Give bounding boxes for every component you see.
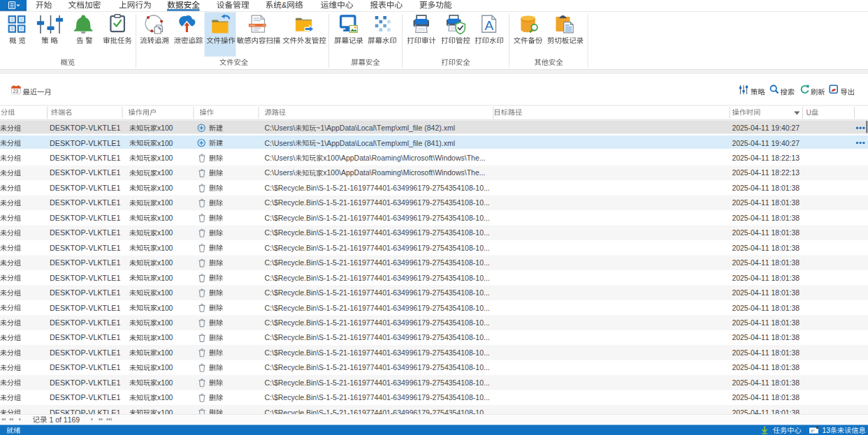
svg-text:x100: x100 — [157, 394, 173, 401]
svg-text:x100: x100 — [157, 169, 173, 177]
svg-text:2025-04-11: 2025-04-11 — [732, 229, 769, 237]
svg-text:2025-04-11: 2025-04-11 — [732, 394, 769, 401]
svg-text:DESKTOP-VLKTLE1: DESKTOP-VLKTLE1 — [50, 363, 120, 371]
svg-text:DESKTOP-VLKTLE1: DESKTOP-VLKTLE1 — [50, 274, 120, 282]
svg-text:DESKTOP-VLKTLE1: DESKTOP-VLKTLE1 — [50, 139, 120, 147]
svg-text:DESKTOP-VLKTLE1: DESKTOP-VLKTLE1 — [50, 258, 120, 267]
svg-text:C:\Users\: C:\Users\ — [265, 168, 296, 177]
svg-text:of: of — [55, 415, 62, 424]
svg-text:2025-04-11: 2025-04-11 — [732, 184, 769, 192]
svg-text:x100: x100 — [157, 154, 173, 162]
svg-text:~1\AppData\Local\Temp\xml_file: ~1\AppData\Local\Temp\xml_file — [316, 124, 422, 132]
svg-text:2025-04-11: 2025-04-11 — [732, 349, 769, 357]
svg-text:x100: x100 — [157, 244, 173, 252]
svg-text:2025-04-11: 2025-04-11 — [732, 289, 769, 297]
svg-text:DESKTOP-VLKTLE1: DESKTOP-VLKTLE1 — [50, 318, 120, 327]
svg-text:2025-04-11: 2025-04-11 — [732, 334, 769, 341]
svg-text:C:\$Recycle.Bin\S-1-5-21-16197: C:\$Recycle.Bin\S-1-5-21-1619774401-6349… — [265, 184, 490, 192]
svg-text:C:\$Recycle.Bin\S-1-5-21-16197: C:\$Recycle.Bin\S-1-5-21-1619774401-6349… — [265, 333, 490, 341]
svg-text:18:01:38: 18:01:38 — [772, 244, 800, 252]
svg-text:18:01:38: 18:01:38 — [772, 364, 800, 371]
svg-text:23: 23 — [13, 89, 19, 94]
svg-text:18:01:38: 18:01:38 — [772, 184, 800, 192]
svg-text:x100\AppData\Roaming\Microsoft: x100\AppData\Roaming\Microsoft\Windows\T… — [323, 168, 485, 177]
svg-text:x100: x100 — [157, 184, 173, 192]
svg-text:DESKTOP-VLKTLE1: DESKTOP-VLKTLE1 — [50, 214, 120, 222]
svg-text:2025-04-11: 2025-04-11 — [732, 169, 769, 177]
svg-text:&: & — [282, 1, 287, 9]
svg-text:DESKTOP-VLKTLE1: DESKTOP-VLKTLE1 — [50, 393, 120, 401]
svg-text:x100: x100 — [157, 199, 173, 207]
svg-text:C:\$Recycle.Bin\S-1-5-21-16197: C:\$Recycle.Bin\S-1-5-21-1619774401-6349… — [265, 288, 490, 297]
svg-text:A: A — [485, 18, 494, 33]
svg-text:C:\$Recycle.Bin\S-1-5-21-16197: C:\$Recycle.Bin\S-1-5-21-1619774401-6349… — [265, 318, 490, 327]
svg-text:DESKTOP-VLKTLE1: DESKTOP-VLKTLE1 — [50, 378, 120, 387]
svg-text:18:01:38: 18:01:38 — [772, 289, 800, 297]
svg-text:18:01:38: 18:01:38 — [772, 274, 800, 282]
svg-text:DESKTOP-VLKTLE1: DESKTOP-VLKTLE1 — [50, 184, 120, 192]
svg-text:2025-04-11: 2025-04-11 — [732, 259, 769, 267]
svg-text:19:40:27: 19:40:27 — [772, 140, 800, 147]
svg-text:C:\$Recycle.Bin\S-1-5-21-16197: C:\$Recycle.Bin\S-1-5-21-1619774401-6349… — [265, 228, 490, 237]
svg-text:x100: x100 — [157, 259, 173, 267]
svg-text:C:\$Recycle.Bin\S-1-5-21-16197: C:\$Recycle.Bin\S-1-5-21-1619774401-6349… — [265, 198, 490, 207]
svg-text:18:01:38: 18:01:38 — [772, 334, 800, 341]
svg-text:C:\$Recycle.Bin\S-1-5-21-16197: C:\$Recycle.Bin\S-1-5-21-1619774401-6349… — [265, 378, 490, 387]
svg-text:1: 1 — [49, 415, 53, 424]
svg-text:x100: x100 — [157, 379, 173, 387]
svg-text:U: U — [806, 109, 811, 117]
svg-text:x100: x100 — [157, 124, 173, 132]
svg-text:DESKTOP-VLKTLE1: DESKTOP-VLKTLE1 — [50, 154, 120, 162]
svg-text:C:\$Recycle.Bin\S-1-5-21-16197: C:\$Recycle.Bin\S-1-5-21-1619774401-6349… — [265, 258, 490, 267]
svg-text:C:\Users\: C:\Users\ — [265, 124, 296, 132]
svg-text:C:\$Recycle.Bin\S-1-5-21-16197: C:\$Recycle.Bin\S-1-5-21-1619774401-6349… — [265, 304, 490, 312]
svg-text:2025-04-11: 2025-04-11 — [732, 140, 769, 147]
svg-text:(841).xml: (841).xml — [424, 139, 455, 147]
svg-text:18:22:13: 18:22:13 — [772, 154, 800, 162]
svg-text:x100: x100 — [157, 364, 173, 371]
svg-text:x100\AppData\Roaming\Microsoft: x100\AppData\Roaming\Microsoft\Windows\T… — [323, 154, 485, 162]
svg-text:x100: x100 — [157, 274, 173, 282]
svg-text:DESKTOP-VLKTLE1: DESKTOP-VLKTLE1 — [50, 304, 120, 312]
svg-text:DESKTOP-VLKTLE1: DESKTOP-VLKTLE1 — [50, 228, 120, 237]
svg-text:x100: x100 — [157, 214, 173, 222]
svg-text:2025-04-11: 2025-04-11 — [732, 154, 769, 162]
svg-text:2025-04-11: 2025-04-11 — [732, 364, 769, 371]
svg-text:18:01:38: 18:01:38 — [772, 379, 800, 387]
svg-text:13: 13 — [823, 427, 831, 434]
svg-text:C:\$Recycle.Bin\S-1-5-21-16197: C:\$Recycle.Bin\S-1-5-21-1619774401-6349… — [265, 244, 490, 252]
svg-text:18:01:38: 18:01:38 — [772, 259, 800, 267]
svg-text:C:\$Recycle.Bin\S-1-5-21-16197: C:\$Recycle.Bin\S-1-5-21-1619774401-6349… — [265, 348, 490, 357]
svg-text:2025-04-11: 2025-04-11 — [732, 244, 769, 252]
svg-text:2025-04-11: 2025-04-11 — [732, 304, 769, 312]
svg-text:C:\$Recycle.Bin\S-1-5-21-16197: C:\$Recycle.Bin\S-1-5-21-1619774401-6349… — [265, 214, 490, 222]
svg-text:~1\AppData\Local\Temp\xml_file: ~1\AppData\Local\Temp\xml_file — [316, 139, 422, 147]
svg-text:DESKTOP-VLKTLE1: DESKTOP-VLKTLE1 — [50, 288, 120, 297]
svg-text:18:01:38: 18:01:38 — [772, 349, 800, 357]
svg-text:1169: 1169 — [64, 415, 80, 424]
svg-text:18:01:38: 18:01:38 — [772, 229, 800, 237]
svg-text:19:40:27: 19:40:27 — [772, 124, 800, 132]
svg-text:18:01:38: 18:01:38 — [772, 214, 800, 222]
svg-text:(842).xml: (842).xml — [424, 124, 455, 132]
svg-text:2025-04-11: 2025-04-11 — [732, 199, 769, 207]
svg-text:18:01:38: 18:01:38 — [772, 304, 800, 312]
svg-text:x100: x100 — [157, 349, 173, 357]
svg-text:2025-04-11: 2025-04-11 — [732, 379, 769, 387]
svg-text:18:22:13: 18:22:13 — [772, 169, 800, 177]
svg-text:C:\Users\: C:\Users\ — [265, 154, 296, 162]
svg-text:2025-04-11: 2025-04-11 — [732, 274, 769, 282]
svg-text:18:01:38: 18:01:38 — [772, 199, 800, 207]
svg-text:C:\$Recycle.Bin\S-1-5-21-16197: C:\$Recycle.Bin\S-1-5-21-1619774401-6349… — [265, 393, 490, 401]
svg-text:DESKTOP-VLKTLE1: DESKTOP-VLKTLE1 — [50, 168, 120, 177]
svg-text:18:01:38: 18:01:38 — [772, 319, 800, 327]
svg-text:DESKTOP-VLKTLE1: DESKTOP-VLKTLE1 — [50, 348, 120, 357]
svg-text:C:\$Recycle.Bin\S-1-5-21-16197: C:\$Recycle.Bin\S-1-5-21-1619774401-6349… — [265, 363, 490, 371]
svg-text:x100: x100 — [157, 319, 173, 327]
svg-text:2025-04-11: 2025-04-11 — [732, 319, 769, 327]
svg-text:C:\$Recycle.Bin\S-1-5-21-16197: C:\$Recycle.Bin\S-1-5-21-1619774401-6349… — [265, 274, 490, 282]
svg-text:2025-04-11: 2025-04-11 — [732, 124, 769, 132]
svg-text:x100: x100 — [157, 304, 173, 312]
svg-text:DESKTOP-VLKTLE1: DESKTOP-VLKTLE1 — [50, 198, 120, 207]
svg-text:x100: x100 — [157, 289, 173, 297]
